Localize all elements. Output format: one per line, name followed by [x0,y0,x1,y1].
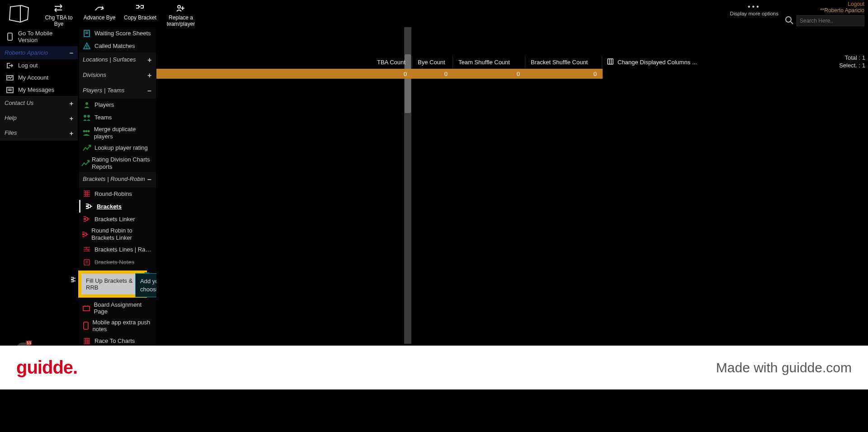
brackets-linker-icon [81,215,93,223]
sidebar-section-help[interactable]: Help + [0,111,78,126]
sidebar-item-label: My Account [18,74,48,81]
nav-item-brackets-notes[interactable]: Brackets Notes [79,256,156,269]
nav-item-label: Brackets Linker [94,216,135,223]
sidebar-item-account[interactable]: My Account [0,71,78,84]
sidebar-item-messages[interactable]: My Messages [0,84,78,96]
sidebar-section-label: Contact Us [5,100,33,107]
replace-team-button[interactable]: Replace a team/player [160,2,201,27]
nav-section-brackets[interactable]: Brackets | Round-Robin – [79,172,156,187]
score-sheets-icon [81,29,93,38]
col-bracket-shuffle[interactable]: Bracket Shuffle Count [525,56,602,68]
nav-item-merge-players[interactable]: Merge duplicate players [79,124,156,142]
more-options-icon: ••• [730,3,778,11]
nav-item-waiting-sheets[interactable]: Waiting Score Sheets [79,27,156,40]
nav-item-round-robins[interactable]: Round-Robins [79,187,156,200]
svg-point-9 [87,115,90,118]
sidebar-section-files[interactable]: Files + [0,126,78,141]
app-logo [0,0,38,26]
col-team-shuffle[interactable]: Team Shuffle Count [453,56,525,68]
change-columns-button[interactable]: Change Displayed Columns ... [602,58,697,66]
chg-tba-label: Chg TBA to Bye [40,14,77,27]
copy-bracket-button[interactable]: Copy Bracket [120,2,160,21]
copy-bracket-label: Copy Bracket [122,14,159,21]
nav-item-label: Called Matches [94,43,135,50]
nav-item-brackets-lines[interactable]: Brackets Lines | Ra… [79,243,156,256]
logout-link[interactable]: Logout [848,1,864,7]
current-user-label: **Roberto Aparicio [820,7,864,14]
nav-item-players[interactable]: Players [79,99,156,111]
brackets-notes-icon [81,259,93,266]
col-bye-count[interactable]: Bye Count [412,56,453,68]
nav-item-label: Brackets [97,203,122,210]
nav-item-label: Fill Up Brackets & RRB [86,277,132,291]
table-header-row: TBA Count Bye Count Team Shuffle Count B… [372,55,868,69]
sidebar-section-contact[interactable]: Contact Us + [0,96,78,111]
messages-icon [5,87,15,93]
svg-text:11: 11 [27,341,31,345]
nav-item-label: Round-Robins [94,190,132,198]
brackets-lines-icon [81,246,93,253]
nav-item-rr-to-brackets[interactable]: Round Robin to Brackets Linker [79,225,156,243]
more-options-button[interactable]: ••• Display more options [724,0,785,16]
race-charts-icon [81,337,93,345]
rating-icon [81,144,93,152]
table-row[interactable]: 0 0 0 0 [372,69,603,79]
expand-icon: + [147,56,151,64]
nav-section-divisions[interactable]: Divisions + [79,68,156,83]
nav-item-label: Board Assignment Page [94,301,153,315]
nav-item-label: Rating Division Charts Reports [92,156,153,170]
advance-bye-label: Advance Bye [81,14,118,21]
expand-icon: + [147,71,151,80]
nav-item-label: Race To Charts [94,337,135,345]
nav-item-label: Round Robin to Brackets Linker [91,227,153,241]
left-sidebar: Go To Mobile Version Roberto Aparicio – … [0,27,78,141]
svg-point-12 [88,130,90,132]
nav-section-players[interactable]: Players | Teams – [79,83,156,99]
nav-item-label: Waiting Score Sheets [94,30,151,37]
sidebar-section-label: Files [5,129,17,137]
brackets-icon [83,203,95,210]
nav-item-teams[interactable]: Teams [79,111,156,124]
account-icon [5,75,15,81]
cell-tba: 0 [372,71,412,77]
reports-icon [81,160,90,167]
account-corner: Logout **Roberto Aparicio [820,1,864,14]
col-tba-count[interactable]: TBA Count [372,56,412,68]
sidebar-item-label: Roberto Aparicio [5,49,48,56]
replace-team-label: Replace a team/player [162,14,199,27]
svg-rect-15 [84,322,88,329]
search-icon [785,16,794,26]
collapse-icon: – [147,87,151,95]
nav-item-rating-reports[interactable]: Rating Division Charts Reports [79,154,156,172]
nav-item-label: Lookup player rating [94,144,148,152]
nav-item-brackets-linker[interactable]: Brackets Linker [79,213,156,225]
nav-item-label: Brackets Notes [94,259,134,266]
advance-bye-button[interactable]: Advance Bye [79,2,120,21]
cell-bracket-shuffle: 0 [525,71,602,77]
sidebar-item-logout[interactable]: Log out [0,59,78,71]
merge-icon [81,129,92,137]
nav-section-label: Locations | Surfaces [83,56,136,64]
nav-section-locations[interactable]: Locations | Surfaces + [79,52,156,68]
guidde-logo: guidde. [16,357,77,378]
nav-item-mobile-push[interactable]: Mobile app extra push notes [79,317,156,335]
chg-tba-button[interactable]: Chg TBA to Bye [38,2,79,27]
nav-panel: Waiting Score Sheets Called Matches Loca… [79,27,156,352]
svg-rect-2 [8,33,12,40]
nav-item-lookup-rating[interactable]: Lookup player rating [79,142,156,154]
nav-item-board-assignment[interactable]: Board Assignment Page [79,299,156,317]
nav-item-label: Mobile app extra push notes [92,319,153,333]
nav-item-label: Teams [94,114,112,121]
svg-point-11 [85,130,88,132]
collapse-icon: – [147,176,151,184]
nav-item-brackets[interactable]: Brackets [79,200,156,213]
sidebar-item-current-user[interactable]: Roberto Aparicio – [0,46,78,59]
expand-icon: + [69,100,73,107]
expand-icon: + [69,129,73,137]
sidebar-item-mobile[interactable]: Go To Mobile Version [0,27,78,46]
svg-rect-14 [83,306,90,311]
content-area: ol… Total : 1 Select. : 1 TBA Count Bye … [156,27,868,346]
search-input[interactable] [797,15,864,26]
nav-item-called-matches[interactable]: Called Matches [79,40,156,52]
svg-point-8 [84,115,86,118]
